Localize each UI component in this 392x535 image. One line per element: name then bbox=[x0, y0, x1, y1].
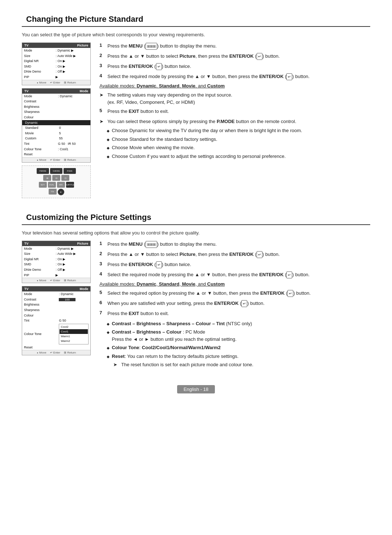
s2-cooltone-warm1: Warm1 bbox=[60, 334, 88, 339]
step1-text: Press the MENU (⊞⊞⊞) button to display t… bbox=[107, 42, 217, 50]
table-row: Reset bbox=[22, 152, 90, 157]
table-row: Size: Auto Wide ▶ bbox=[22, 251, 90, 257]
s2-enterok-icon: ↵ bbox=[257, 251, 262, 258]
note-arrow-reset: ➤ bbox=[113, 361, 119, 368]
diamond-icon: ◆ bbox=[107, 145, 110, 151]
diamond-icon: ◆ bbox=[107, 354, 110, 360]
s2screen2-footer: ⬥ Move ↵ Enter ⊞ Return bbox=[22, 350, 90, 355]
s2-step5-num: 5 bbox=[99, 290, 105, 295]
s2-avail-modes-label: Available modes: Dynamic, Standard, Movi… bbox=[99, 281, 370, 287]
remote-btn3: ⊡ bbox=[61, 175, 69, 181]
s2-step5-text: Select the required option by pressing t… bbox=[107, 290, 311, 297]
screen2-header-right: Mode bbox=[80, 89, 89, 93]
s2-step-7: 7 Press the EXIT button to exit. bbox=[99, 310, 370, 317]
bullet2-text: Choose Standard for the standard factory… bbox=[112, 136, 217, 143]
note2-text: You can select these options simply by p… bbox=[107, 118, 296, 125]
table-row: SMD: On ▶ bbox=[22, 64, 90, 69]
s2-step7-num: 7 bbox=[99, 310, 105, 315]
s2-step3-text: Press the ENTER/OK (↵) button twice. bbox=[107, 261, 191, 268]
s2-cooltone-cool2: Cool2 bbox=[60, 324, 88, 329]
s2-step3-num: 3 bbox=[99, 261, 105, 266]
s2screen1-table: Mode: Dynamic ▶ Size: Auto Wide ▶ Digita… bbox=[22, 246, 90, 278]
table-row: Sharpness bbox=[22, 307, 90, 313]
table-row: Size: Auto Wide ▶ bbox=[22, 53, 90, 59]
table-row: Sharpness bbox=[22, 109, 90, 115]
enterok-icon2: ↵ bbox=[156, 63, 162, 70]
bullet3-text: Choose Movie when viewing the movie. bbox=[112, 144, 195, 151]
remote-smode-btn: S.MODE bbox=[50, 168, 62, 174]
remote-subtitle-btn: SUBTITLE bbox=[66, 182, 74, 188]
table-row: TintG 50 bbox=[22, 318, 90, 323]
section1-content: TV Picture Mode: Dynamic ▶ Size: Auto Wi… bbox=[22, 42, 370, 198]
section1-instructions: 1 Press the MENU (⊞⊞⊞) button to display… bbox=[99, 42, 370, 161]
bullet1-text: Choose Dynamic for viewing the TV during… bbox=[112, 127, 302, 134]
menu-icon: ⊞⊞⊞ bbox=[146, 43, 157, 50]
remote-psize-btn: P.SIZE bbox=[64, 168, 76, 174]
s2-step6-num: 6 bbox=[99, 300, 105, 305]
table-row: Standard0 bbox=[22, 125, 90, 131]
section1-title: Changing the Picture Standard bbox=[22, 15, 370, 27]
section2-intro: Your television has several setting opti… bbox=[22, 230, 370, 236]
s2screen2-header-left: TV bbox=[24, 287, 29, 291]
remote-seti-btn: SETI bbox=[39, 182, 47, 188]
section2-content: TV Picture Mode: Dynamic ▶ Size: Auto Wi… bbox=[22, 241, 370, 371]
s2-step-5: 5 Select the required option by pressing… bbox=[99, 290, 370, 297]
s2-step2-num: 2 bbox=[99, 251, 105, 256]
step4-text: Select the required mode by pressing the… bbox=[107, 73, 310, 80]
bullet-item: ◆ Contrast – Brightness – Colour : PC Mo… bbox=[107, 328, 370, 343]
s2-bullet2-text: Contrast – Brightness – Colour : PC Mode… bbox=[112, 328, 237, 343]
section2-screen2: TV Mode Mode: Dynamic Contrast100 Bright… bbox=[22, 286, 91, 355]
s2-cooltone-cool1: Cool1 bbox=[60, 329, 88, 334]
table-row: PIP▶ bbox=[22, 74, 90, 80]
s2-note-reset: ➤ The reset function is set for each pic… bbox=[113, 361, 370, 368]
table-row: TintG 50 IR 50 bbox=[22, 141, 90, 147]
note-arrow1: ➤ bbox=[99, 91, 105, 99]
table-row: Brightness bbox=[22, 302, 90, 307]
s2-step2-text: Press the ▲ or ▼ button to select Pictur… bbox=[107, 251, 280, 258]
table-row: PIP▶ bbox=[22, 273, 90, 278]
section1-screen1: TV Picture Mode: Dynamic ▶ Size: Auto Wi… bbox=[22, 42, 91, 85]
s2-step-2: 2 Press the ▲ or ▼ button to select Pict… bbox=[99, 251, 370, 258]
screen1-header-right: Picture bbox=[77, 44, 88, 47]
screen2-header: TV Mode bbox=[22, 89, 90, 94]
step5-text: Press the EXIT button to exit. bbox=[107, 108, 169, 115]
table-row: Digital NR: On ▶ bbox=[22, 58, 90, 64]
bullet-item: ◆ Contrast – Brightness – Sharpness – Co… bbox=[107, 320, 370, 327]
s2-step7-text: Press the EXIT button to exit. bbox=[107, 310, 169, 317]
step-4: 4 Select the required mode by pressing t… bbox=[99, 73, 370, 80]
table-row: Mode: Dynamic bbox=[22, 94, 90, 99]
page-footer: English - 18 bbox=[22, 385, 370, 393]
table-row: Brightness bbox=[22, 104, 90, 110]
s2-step-3: 3 Press the ENTER/OK (↵) button twice. bbox=[99, 261, 370, 268]
s2-step1-text: Press the MENU (⊞⊞⊞) button to display t… bbox=[107, 241, 217, 248]
s2-bullet4-text: Reset: You can return to the factory def… bbox=[112, 353, 238, 360]
s2-step4-text: Select the required mode by pressing the… bbox=[107, 271, 310, 278]
diamond-icon: ◆ bbox=[107, 345, 110, 351]
step2-num: 2 bbox=[99, 53, 105, 58]
table-row: Colour bbox=[22, 115, 90, 120]
s2screen1-header-left: TV bbox=[24, 242, 29, 245]
step3-text: Press the ENTER/OK (↵) button twice. bbox=[107, 63, 191, 70]
remote-circle-btn: ● bbox=[58, 189, 64, 195]
screen2-table: Mode: Dynamic Contrast Brightness Sharpn… bbox=[22, 94, 90, 157]
s2screen1-header: TV Picture bbox=[22, 241, 90, 246]
step-1: 1 Press the MENU (⊞⊞⊞) button to display… bbox=[99, 42, 370, 50]
avail-modes-label: Available modes: Dynamic, Standard, Movi… bbox=[99, 83, 370, 89]
screen2-header-left: TV bbox=[24, 89, 29, 93]
table-row: Custom55 bbox=[22, 136, 90, 141]
screen2-footer: ⬥ Move ↵ Enter ⊞ Return bbox=[22, 157, 90, 162]
diamond-icon: ◆ bbox=[107, 137, 110, 143]
step-3: 3 Press the ENTER/OK (↵) button twice. bbox=[99, 63, 370, 70]
table-row: Mode: Dynamic ▶ bbox=[22, 246, 90, 252]
table-row: DNIe Demo: Off ▶ bbox=[22, 69, 90, 74]
remote-btn1: ⊞ bbox=[43, 175, 51, 181]
s2-menu-icon: ⊞⊞⊞ bbox=[146, 241, 157, 248]
step2-text: Press the ▲ or ▼ button to select Pictur… bbox=[107, 53, 280, 60]
bullet-item: ◆ Choose Standard for the standard facto… bbox=[107, 136, 370, 143]
table-row: Colour Tone: Cool1 bbox=[22, 147, 90, 152]
bullet-item: ◆ Reset: You can return to the factory d… bbox=[107, 353, 370, 360]
table-row: Colour Tone Cool2 Cool1 Warm1 Warm2 bbox=[22, 323, 90, 345]
step-5: 5 Press the EXIT button to exit. bbox=[99, 108, 370, 115]
s2-note-reset-text: The reset function is set for each pictu… bbox=[121, 361, 253, 368]
table-row: Mode: Dynamic bbox=[22, 291, 90, 297]
